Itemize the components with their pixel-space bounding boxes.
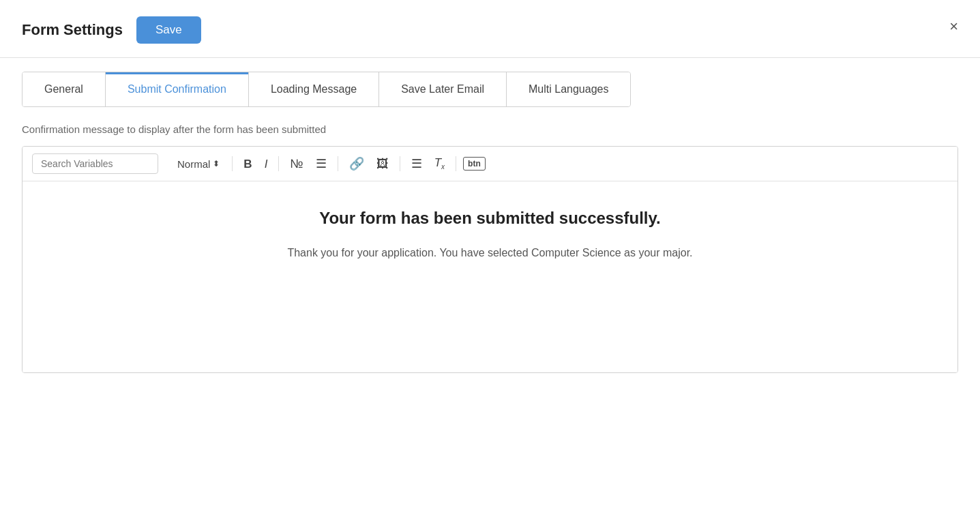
bold-button[interactable]: B xyxy=(239,156,256,173)
editor-heading: Your form has been submitted successfull… xyxy=(63,209,917,228)
editor-wrapper: Normal ⬍ B I № ☰ xyxy=(22,146,958,373)
modal-title: Form Settings xyxy=(22,21,123,39)
italic-button[interactable]: I xyxy=(261,156,272,173)
close-button[interactable]: × xyxy=(949,19,958,34)
toolbar-separator-3 xyxy=(338,156,338,171)
tab-save-later-email[interactable]: Save Later Email xyxy=(379,72,507,106)
image-button[interactable]: 🖼 xyxy=(372,155,393,173)
unordered-list-button[interactable]: ☰ xyxy=(312,155,331,173)
modal-header: Form Settings Save × xyxy=(0,0,980,57)
editor-content[interactable]: Your form has been submitted successfull… xyxy=(23,181,957,372)
format-select-label: Normal xyxy=(177,158,210,170)
format-select-arrow-icon: ⬍ xyxy=(213,159,220,168)
clear-format-button[interactable]: Tx xyxy=(430,154,449,173)
ordered-list-button[interactable]: № xyxy=(286,155,307,173)
tab-multi-languages[interactable]: Multi Languages xyxy=(507,72,630,106)
tab-loading-message[interactable]: Loading Message xyxy=(249,72,379,106)
description-text: Confirmation message to display after th… xyxy=(22,123,958,135)
tabs-list: General Submit Confirmation Loading Mess… xyxy=(22,72,631,107)
save-button[interactable]: Save xyxy=(136,16,201,44)
search-variables-input[interactable] xyxy=(32,153,158,174)
tab-submit-confirmation[interactable]: Submit Confirmation xyxy=(106,72,249,106)
toolbar-separator-1 xyxy=(232,156,233,171)
modal-container: Form Settings Save × General Submit Conf… xyxy=(0,0,980,517)
editor-toolbar: Normal ⬍ B I № ☰ xyxy=(23,147,957,181)
link-button[interactable]: 🔗 xyxy=(345,155,368,173)
toolbar-separator-4 xyxy=(400,156,400,171)
align-button[interactable]: ☰ xyxy=(407,155,426,173)
toolbar-separator-5 xyxy=(456,156,456,171)
tab-general[interactable]: General xyxy=(23,72,106,106)
content-area: Confirmation message to display after th… xyxy=(0,107,980,373)
format-select[interactable]: Normal ⬍ xyxy=(172,156,225,173)
editor-body-text: Thank you for your application. You have… xyxy=(63,247,917,259)
toolbar-separator-2 xyxy=(278,156,279,171)
btn-button[interactable]: btn xyxy=(463,157,486,171)
tabs-container: General Submit Confirmation Loading Mess… xyxy=(0,58,980,107)
